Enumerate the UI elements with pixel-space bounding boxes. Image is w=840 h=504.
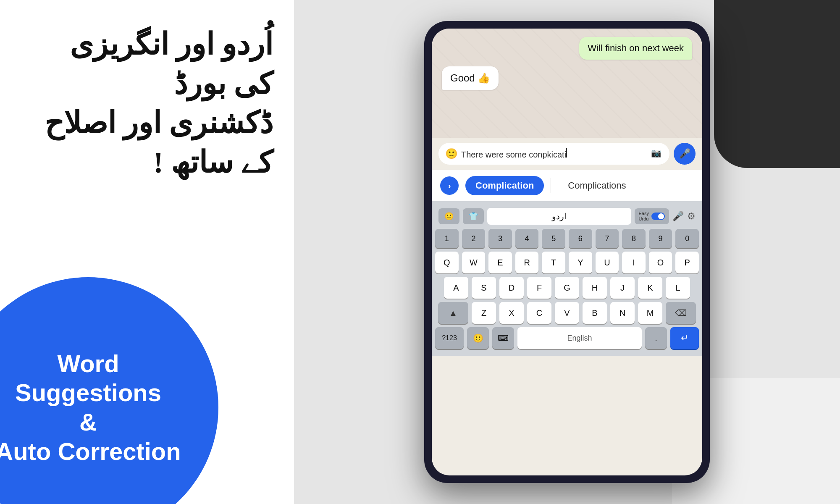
key-v[interactable]: V [555,302,579,324]
key-q[interactable]: Q [435,252,459,273]
kb-easy-urdu-toggle[interactable]: Easy Urdu [635,208,669,224]
suggestion-active[interactable]: Complication [465,176,544,195]
key-s[interactable]: S [472,277,496,299]
keyboard-toolbar: 🙂 👕 اردو Easy Urdu [435,205,699,229]
enter-key[interactable]: ↵ [670,327,699,349]
key-h[interactable]: H [583,277,607,299]
key-8[interactable]: 8 [622,229,646,248]
asdf-row: A S D F G H J K L [435,277,699,299]
key-c[interactable]: C [527,302,551,324]
zxcv-row: ▲ Z X C V B N M ⌫ [435,302,699,324]
word-suggestions-label: Word Suggestions & Auto Correction [0,349,193,466]
qwerty-row: Q W E R T Y U I O P [435,252,699,273]
key-u[interactable]: U [596,252,619,273]
key-p[interactable]: P [675,252,699,273]
kb-mic-icon[interactable]: 🎤 [672,211,684,222]
key-l[interactable]: L [666,277,690,299]
key-f[interactable]: F [527,277,551,299]
key-7[interactable]: 7 [596,229,619,248]
expand-button[interactable]: › [440,176,459,195]
key-m[interactable]: M [638,302,662,324]
kb-shirt-tool[interactable]: 👕 [463,208,484,224]
key-1[interactable]: 1 [435,229,459,248]
shift-key[interactable]: ▲ [438,302,468,324]
keyboard-area[interactable]: 🙂 👕 اردو Easy Urdu [432,201,702,356]
right-panel: Will finish on next week Good 👍 🙂 There … [294,0,840,504]
camera-icon[interactable]: 📷 [651,148,663,160]
chat-input-text: There were some conpkicati [461,148,647,160]
suggestions-bar[interactable]: › Complication Complications [432,170,702,201]
suggestion-inactive[interactable]: Complications [558,176,636,195]
left-panel: اُردو اور انگریزی کی بورڈ ڈکشنری اور اصل… [0,0,294,504]
phone-screen: Will finish on next week Good 👍 🙂 There … [432,29,702,475]
space-key[interactable]: English [517,327,642,349]
urdu-line1: اُردو اور انگریزی کی بورڈ [70,28,273,101]
chat-area: Will finish on next week Good 👍 [432,29,702,138]
key-y[interactable]: Y [569,252,592,273]
mic-button[interactable]: 🎤 [674,143,696,165]
key-4[interactable]: 4 [515,229,539,248]
key-g[interactable]: G [555,277,579,299]
key-0[interactable]: 0 [675,229,699,248]
sent-bubble: Will finish on next week [579,37,692,60]
key-5[interactable]: 5 [542,229,565,248]
kb-urdu-button[interactable]: اردو [487,208,631,225]
emoji-icon[interactable]: 🙂 [445,148,457,160]
urdu-heading: اُردو اور انگریزی کی بورڈ ڈکشنری اور اصل… [25,25,273,182]
key-e[interactable]: E [488,252,512,273]
key-n[interactable]: N [610,302,635,324]
key-w[interactable]: W [462,252,486,273]
key-j[interactable]: J [610,277,635,299]
received-bubble: Good 👍 [442,66,499,90]
key-r[interactable]: R [515,252,539,273]
lang-key[interactable]: ⌨ [492,327,514,349]
toggle-knob [658,213,664,219]
key-z[interactable]: Z [472,302,496,324]
key-k[interactable]: K [638,277,662,299]
key-9[interactable]: 9 [649,229,672,248]
delete-key[interactable]: ⌫ [666,302,696,324]
kb-emoji-tool[interactable]: 🙂 [438,208,459,224]
urdu-line2: ڈکشنری اور اصلاح کے ساتھ ! [45,106,273,179]
number-row: 1 2 3 4 5 6 7 8 9 0 [435,229,699,248]
num-key[interactable]: ?123 [435,327,464,349]
toggle-switch[interactable] [651,213,665,220]
key-2[interactable]: 2 [462,229,486,248]
chat-input-bar[interactable]: 🙂 There were some conpkicati 📷 [438,143,669,165]
period-key[interactable]: . [645,327,667,349]
key-t[interactable]: T [542,252,565,273]
bottom-row: ?123 🙂 ⌨ English . ↵ [435,327,699,349]
blue-circle: Word Suggestions & Auto Correction [0,277,218,504]
key-6[interactable]: 6 [569,229,592,248]
suggestion-divider [551,178,551,193]
kb-gear-icon[interactable]: ⚙ [687,211,696,222]
key-3[interactable]: 3 [488,229,512,248]
phone-device: Will finish on next week Good 👍 🙂 There … [424,21,710,483]
key-a[interactable]: A [444,277,468,299]
key-o[interactable]: O [649,252,672,273]
key-b[interactable]: B [583,302,607,324]
easy-urdu-label: Easy Urdu [639,211,649,222]
key-i[interactable]: I [622,252,646,273]
key-d[interactable]: D [499,277,524,299]
phone-wrapper: Will finish on next week Good 👍 🙂 There … [424,21,710,483]
chat-input-area[interactable]: 🙂 There were some conpkicati 📷 🎤 [432,138,702,170]
key-x[interactable]: X [499,302,524,324]
bottom-emoji-key[interactable]: 🙂 [467,327,489,349]
